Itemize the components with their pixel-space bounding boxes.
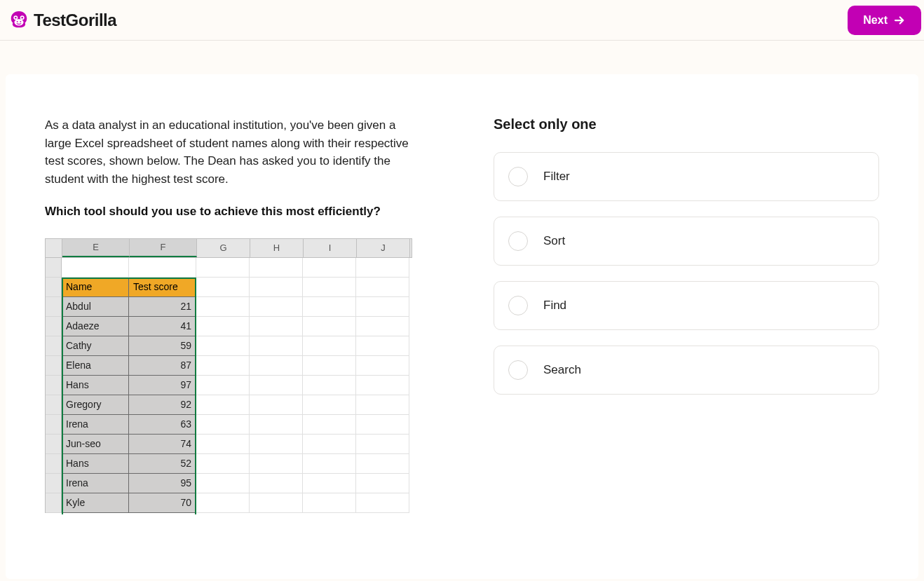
table-row: Adaeze41 <box>62 317 412 336</box>
svg-point-6 <box>20 20 21 22</box>
answer-option-label: Search <box>543 363 581 377</box>
answer-option-label: Find <box>543 299 566 313</box>
answer-option-sort[interactable]: Sort <box>494 217 879 266</box>
table-header-name: Name <box>62 278 129 297</box>
table-row: Name Test score <box>62 278 412 297</box>
question-card: As a data analyst in an educational inst… <box>6 74 918 579</box>
table-row: Kyle70 <box>62 493 412 513</box>
question-image[interactable]: E F G H I J <box>45 238 412 514</box>
excel-grid: Name Test score Abdul21 Adaeze41 Cathy59… <box>62 258 412 513</box>
excel-col-J: J <box>357 239 410 257</box>
svg-point-4 <box>21 16 23 18</box>
table-row: Abdul21 <box>62 297 412 317</box>
svg-point-0 <box>14 19 23 25</box>
brand-name: TestGorilla <box>34 11 116 30</box>
excel-row-headers <box>45 258 62 513</box>
radio-icon <box>508 231 528 251</box>
excel-col-G: G <box>197 239 250 257</box>
answer-instruction: Select only one <box>494 116 879 132</box>
table-row: Gregory92 <box>62 395 412 415</box>
arrow-right-icon <box>893 14 906 27</box>
brand-logo: TestGorilla <box>8 10 116 31</box>
excel-col-E: E <box>62 239 130 257</box>
table-row: Irena63 <box>62 415 412 435</box>
answer-option-filter[interactable]: Filter <box>494 152 879 201</box>
table-row: Hans97 <box>62 376 412 395</box>
question-column: As a data analyst in an educational inst… <box>45 116 423 537</box>
svg-point-3 <box>15 16 17 18</box>
next-button[interactable]: Next <box>848 6 921 35</box>
radio-icon <box>508 167 528 186</box>
answer-option-search[interactable]: Search <box>494 346 879 395</box>
radio-icon <box>508 360 528 380</box>
answer-option-label: Sort <box>543 234 565 248</box>
answer-option-find[interactable]: Find <box>494 281 879 330</box>
page-body: As a data analyst in an educational inst… <box>0 41 924 581</box>
radio-icon <box>508 296 528 315</box>
svg-point-5 <box>17 20 18 22</box>
answers-column: Select only one Filter Sort Find Search <box>494 116 879 537</box>
table-header-score: Test score <box>129 278 196 297</box>
table-row: Cathy59 <box>62 336 412 356</box>
table-row: Elena87 <box>62 356 412 376</box>
app-header: TestGorilla Next <box>0 0 924 41</box>
question-prompt: Which tool should you use to achieve thi… <box>45 203 423 220</box>
excel-column-headers: E F G H I J <box>45 238 412 258</box>
gorilla-icon <box>8 10 29 31</box>
excel-col-F: F <box>130 239 197 257</box>
excel-mock: E F G H I J <box>45 238 412 513</box>
excel-col-H: H <box>250 239 304 257</box>
answer-option-label: Filter <box>543 170 570 184</box>
table-row: Hans52 <box>62 454 412 474</box>
excel-body: Name Test score Abdul21 Adaeze41 Cathy59… <box>45 258 412 513</box>
excel-empty-row <box>62 258 412 278</box>
excel-corner <box>46 239 62 257</box>
next-button-label: Next <box>863 14 888 27</box>
table-row: Irena95 <box>62 474 412 493</box>
question-context: As a data analyst in an educational inst… <box>45 116 423 188</box>
excel-col-I: I <box>304 239 357 257</box>
table-row: Jun-seo74 <box>62 435 412 454</box>
